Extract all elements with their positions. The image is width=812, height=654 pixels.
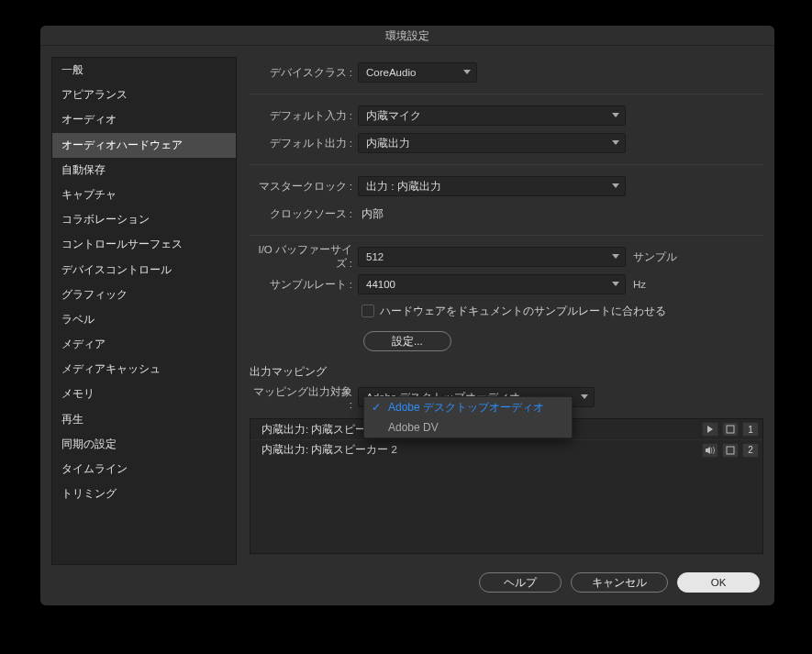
sidebar-item[interactable]: コントロールサーフェス (52, 232, 236, 257)
sample-rate-select[interactable]: 44100 (358, 274, 626, 294)
sidebar-item[interactable]: キャプチャ (52, 183, 236, 207)
chevron-down-icon (612, 254, 619, 260)
mapping-target-label: マッピング出力対象 : (250, 385, 358, 410)
sidebar-item[interactable]: メディアキャッシュ (52, 357, 236, 382)
sidebar-item[interactable]: コラボレーション (52, 207, 236, 232)
ok-button[interactable]: OK (677, 572, 760, 593)
sidebar-item[interactable]: 同期の設定 (52, 432, 236, 457)
mapping-row-label: 内蔵出力: 内蔵スピー (261, 423, 366, 437)
window-title: 環境設定 (40, 26, 774, 46)
link-icon[interactable] (722, 422, 739, 437)
master-clock-label: マスタークロック : (250, 180, 358, 194)
preferences-window: 環境設定 一般アピアランスオーディオオーディオハードウェア自動保存キャプチャコラ… (40, 26, 774, 605)
chevron-down-icon (612, 140, 619, 146)
sidebar-item[interactable]: デバイスコントロール (52, 258, 236, 283)
sample-rate-value: 44100 (366, 279, 395, 290)
sidebar-item[interactable]: タイムライン (52, 457, 236, 482)
device-class-select[interactable]: CoreAudio (358, 62, 477, 83)
master-clock-select[interactable]: 出力 : 内蔵出力 (358, 176, 626, 196)
output-mapping-title: 出力マッピング (250, 364, 763, 380)
io-buffer-value: 512 (366, 251, 384, 262)
default-input-label: デフォルト入力 : (250, 109, 358, 123)
window-body: 一般アピアランスオーディオオーディオハードウェア自動保存キャプチャコラボレーショ… (40, 46, 774, 565)
default-output-select[interactable]: 内蔵出力 (358, 133, 626, 153)
sample-rate-label: サンプルレート : (250, 278, 358, 292)
output-mapping-list: 内蔵出力: 内蔵スピー1内蔵出力: 内蔵スピーカー 22 (250, 418, 763, 554)
match-hardware-label: ハードウェアをドキュメントのサンプルレートに合わせる (380, 305, 666, 318)
channel-number: 1 (742, 422, 759, 437)
sidebar-item[interactable]: アピアランス (52, 83, 236, 107)
default-input-select[interactable]: 内蔵マイク (358, 105, 626, 126)
dropdown-item[interactable]: Adobe DV (364, 417, 572, 438)
sidebar-item[interactable]: 一般 (52, 58, 236, 83)
mapping-row: 内蔵出力: 内蔵スピーカー 22 (250, 439, 762, 460)
dialog-footer: ヘルプ キャンセル OK (40, 565, 774, 605)
svg-rect-0 (727, 426, 734, 433)
chevron-down-icon (612, 113, 619, 118)
chevron-down-icon (612, 282, 619, 287)
default-input-value: 内蔵マイク (366, 109, 421, 123)
clock-source-label: クロックソース : (250, 207, 358, 221)
match-hardware-checkbox[interactable] (362, 305, 374, 317)
sidebar-item[interactable]: オーディオ (52, 107, 236, 132)
mapping-row-label: 内蔵出力: 内蔵スピーカー 2 (261, 443, 397, 457)
help-button[interactable]: ヘルプ (479, 572, 562, 593)
settings-button[interactable]: 設定... (363, 331, 451, 351)
chevron-down-icon (581, 394, 588, 400)
link-icon[interactable] (722, 443, 739, 458)
sidebar-item[interactable]: オーディオハードウェア (52, 133, 236, 158)
device-class-label: デバイスクラス : (250, 66, 358, 80)
default-output-label: デフォルト出力 : (250, 137, 358, 150)
channel-number: 2 (742, 443, 759, 458)
sidebar-item[interactable]: ラベル (52, 307, 236, 332)
sidebar-item[interactable]: メディア (52, 332, 236, 357)
dropdown-item-selected[interactable]: Adobe デスクトップオーディオ (364, 397, 572, 417)
cancel-button[interactable]: キャンセル (571, 572, 668, 593)
category-sidebar: 一般アピアランスオーディオオーディオハードウェア自動保存キャプチャコラボレーショ… (51, 57, 237, 565)
sample-rate-unit: Hz (633, 279, 646, 290)
sidebar-item[interactable]: メモリ (52, 382, 236, 406)
master-clock-value: 出力 : 内蔵出力 (366, 180, 441, 194)
default-output-value: 内蔵出力 (366, 137, 410, 150)
play-icon[interactable] (702, 422, 718, 437)
io-buffer-label: I/O バッファーサイズ : (250, 243, 358, 271)
speaker-icon[interactable] (702, 443, 718, 458)
clock-source-value: 内部 (358, 207, 384, 221)
device-class-value: CoreAudio (366, 67, 416, 78)
sidebar-item[interactable]: 再生 (52, 407, 236, 432)
sidebar-item[interactable]: グラフィック (52, 283, 236, 307)
main-panel: デバイスクラス : CoreAudio デフォルト入力 : 内蔵マイク デフォル… (250, 57, 763, 565)
chevron-down-icon (612, 183, 619, 189)
mapping-target-dropdown: Adobe デスクトップオーディオ Adobe DV (363, 396, 573, 438)
sidebar-item[interactable]: トリミング (52, 482, 236, 506)
io-buffer-unit: サンプル (633, 250, 677, 264)
svg-rect-1 (727, 447, 734, 454)
io-buffer-select[interactable]: 512 (358, 247, 626, 267)
sidebar-item[interactable]: 自動保存 (52, 158, 236, 183)
chevron-down-icon (463, 70, 471, 75)
